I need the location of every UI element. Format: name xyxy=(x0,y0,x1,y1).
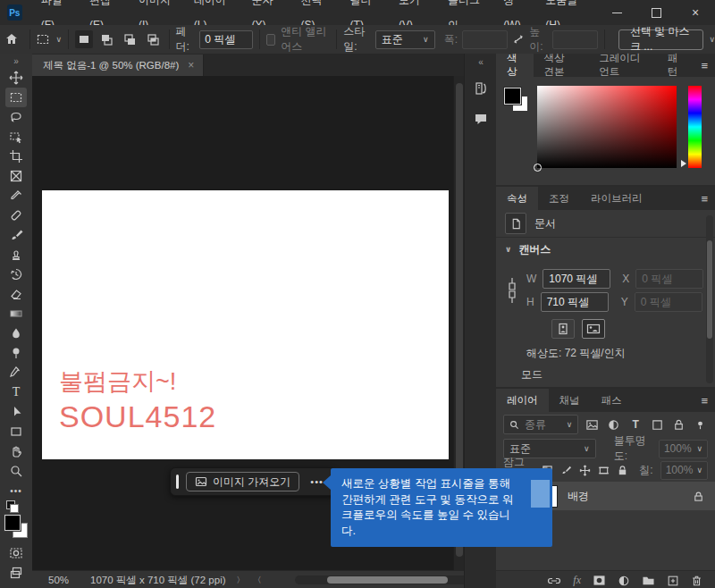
select-and-mask-button[interactable]: 선택 및 마스크 ... xyxy=(618,29,703,50)
brush-tool[interactable] xyxy=(5,225,27,245)
link-wh-icon[interactable] xyxy=(507,273,517,308)
panel-menu-icon[interactable]: ≡ xyxy=(694,187,715,210)
tab-patterns[interactable]: 패턴 xyxy=(657,54,694,77)
import-image-button[interactable]: 이미지 가져오기 xyxy=(186,472,299,491)
tab-channels[interactable]: 채널 xyxy=(549,389,591,412)
document-tab[interactable]: 제목 없음-1 @ 50% (RGB/8#) × xyxy=(32,55,204,76)
tab-properties[interactable]: 속성 xyxy=(496,187,538,210)
pen-tool[interactable] xyxy=(5,363,27,382)
default-swap-colors-icon[interactable] xyxy=(4,500,28,513)
quick-mask-icon[interactable] xyxy=(5,543,27,563)
foreground-background-swatches[interactable] xyxy=(4,515,28,538)
color-panel-swatches[interactable] xyxy=(504,88,531,118)
gradient-tool[interactable] xyxy=(5,304,27,323)
zoom-level[interactable]: 50% xyxy=(48,575,69,585)
tab-swatches[interactable]: 색상 견본 xyxy=(534,54,589,77)
foreground-color-swatch[interactable] xyxy=(4,515,21,531)
hand-tool[interactable] xyxy=(5,441,27,461)
layer-filter-select[interactable]: 종류 ∨ xyxy=(503,415,578,434)
rectangle-tool[interactable] xyxy=(5,422,27,441)
lock-position-icon[interactable] xyxy=(579,465,591,476)
canvas-horizontal-scrollbar[interactable] xyxy=(295,575,487,584)
new-layer-icon[interactable] xyxy=(667,575,679,587)
scroll-left-icon[interactable]: 〈 xyxy=(254,575,262,586)
taskbar-grip-handle[interactable] xyxy=(176,475,179,489)
antialias-checkbox[interactable] xyxy=(266,34,275,46)
status-popup-icon[interactable]: 〉 xyxy=(237,575,245,586)
feather-input[interactable]: 0 픽셀 xyxy=(199,30,253,49)
link-dimensions-icon[interactable] xyxy=(512,33,525,46)
new-group-icon[interactable] xyxy=(642,575,655,586)
clone-stamp-tool[interactable] xyxy=(5,245,27,265)
tab-libraries[interactable]: 라이브러리 xyxy=(580,187,653,210)
saturation-brightness-field[interactable] xyxy=(537,86,677,168)
tool-preset[interactable]: ∨ xyxy=(36,32,62,46)
panel-menu-icon[interactable]: ≡ xyxy=(694,389,715,412)
expand-panels-icon[interactable]: « xyxy=(478,54,484,70)
type-tool[interactable]: T xyxy=(5,382,27,402)
comments-panel-icon[interactable] xyxy=(469,107,492,130)
zoom-tool[interactable] xyxy=(5,461,27,481)
tab-gradients[interactable]: 그레이디언트 xyxy=(588,54,657,77)
path-selection-tool[interactable] xyxy=(5,402,27,422)
close-document-icon[interactable]: × xyxy=(188,59,194,71)
history-panel-icon[interactable] xyxy=(469,77,492,100)
home-icon[interactable] xyxy=(0,32,23,46)
canvas-height-input[interactable]: 710 픽셀 xyxy=(541,292,609,312)
add-mask-icon[interactable] xyxy=(593,575,606,586)
color-field-cursor[interactable] xyxy=(534,164,542,172)
filter-adjustment-layers-icon[interactable] xyxy=(606,416,621,433)
add-to-selection-icon[interactable] xyxy=(98,30,116,48)
filter-shape-layers-icon[interactable] xyxy=(650,416,665,433)
tab-color[interactable]: 색상 xyxy=(496,54,534,77)
contextual-task-bar[interactable]: 이미지 가져오기 ••• xyxy=(170,467,335,496)
filter-type-layers-icon[interactable]: T xyxy=(628,416,644,433)
tab-layers[interactable]: 레이어 xyxy=(496,389,549,412)
frame-tool[interactable] xyxy=(5,166,27,186)
panel-menu-icon[interactable]: ≡ xyxy=(694,54,715,77)
style-select[interactable]: 표준 ∨ xyxy=(375,30,435,49)
history-brush-tool[interactable] xyxy=(5,265,27,284)
link-layers-icon[interactable] xyxy=(547,575,561,587)
subtract-from-selection-icon[interactable] xyxy=(122,30,139,48)
landscape-orientation-icon[interactable] xyxy=(582,319,605,339)
new-selection-icon[interactable] xyxy=(75,30,93,48)
maximize-button[interactable] xyxy=(636,0,676,25)
chevron-down-icon[interactable]: ∨ xyxy=(709,35,715,44)
lasso-tool[interactable] xyxy=(5,107,27,127)
layer-style-icon[interactable]: fx xyxy=(573,574,581,587)
lock-artboard-icon[interactable] xyxy=(598,465,610,476)
rectangular-marquee-tool[interactable] xyxy=(5,88,27,107)
properties-scrollbar[interactable] xyxy=(706,215,713,383)
intersect-selection-icon[interactable] xyxy=(145,30,163,48)
filter-smart-objects-icon[interactable] xyxy=(671,416,686,433)
filter-pixel-layers-icon[interactable] xyxy=(585,416,600,433)
adjustment-layer-icon[interactable] xyxy=(618,575,630,587)
dodge-tool[interactable] xyxy=(5,343,27,363)
spot-healing-brush-tool[interactable] xyxy=(5,206,27,225)
portrait-orientation-icon[interactable] xyxy=(551,319,575,339)
canvas-width-input[interactable]: 1070 픽셀 xyxy=(543,269,610,289)
eyedropper-tool[interactable] xyxy=(5,186,27,206)
collapse-toolbar-icon[interactable]: » xyxy=(0,54,32,68)
eraser-tool[interactable] xyxy=(5,284,27,304)
minimize-button[interactable] xyxy=(597,0,636,25)
close-button[interactable]: × xyxy=(676,0,715,25)
lock-all-icon[interactable] xyxy=(617,465,628,476)
document-canvas[interactable]: 불펌금지~! SOUL4512 xyxy=(42,190,449,459)
edit-toolbar-icon[interactable]: ••• xyxy=(5,481,27,500)
layer-name[interactable]: 배경 xyxy=(568,489,589,504)
blur-tool[interactable] xyxy=(5,323,27,343)
delete-layer-icon[interactable] xyxy=(691,575,702,587)
object-selection-tool[interactable] xyxy=(5,127,27,147)
screen-mode-icon[interactable] xyxy=(5,563,27,583)
canvas-section-header[interactable]: ∨ 캔버스 xyxy=(496,238,715,261)
hue-slider[interactable] xyxy=(688,86,702,168)
filter-toggle-icon[interactable] xyxy=(693,416,708,433)
lock-pixels-icon[interactable] xyxy=(560,465,572,476)
tab-paths[interactable]: 패스 xyxy=(591,389,633,412)
crop-tool[interactable] xyxy=(5,147,27,166)
move-tool[interactable] xyxy=(5,68,27,88)
hue-slider-arrow[interactable] xyxy=(681,160,686,167)
tab-adjustments[interactable]: 조정 xyxy=(538,187,580,210)
